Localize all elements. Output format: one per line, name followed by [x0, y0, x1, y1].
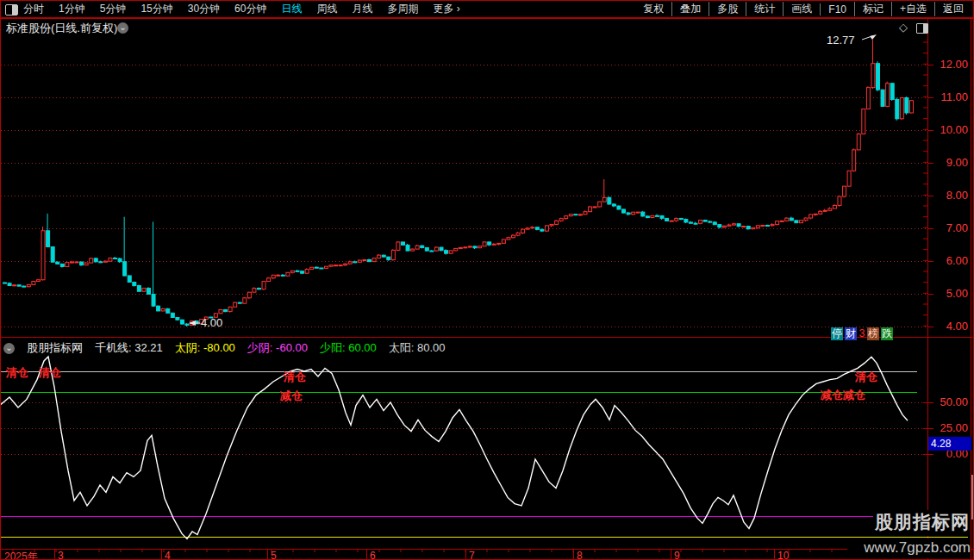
indicator-header-item: 少阳: 60.00	[320, 340, 377, 356]
timeframe-tab[interactable]: 周线	[316, 2, 337, 16]
toolbar-action[interactable]: F10	[820, 3, 854, 16]
price-axis-label: 7.00	[929, 221, 968, 234]
toolbar-action[interactable]: 标记	[854, 2, 891, 16]
indicator-header-item: 太阴: -80.00	[175, 340, 235, 356]
trade-signal-label: 减仓	[280, 389, 303, 404]
trading-app-window: 分时1分钟5分钟15分钟30分钟60分钟日线周线月线多周期更多 › 复权叠加多股…	[0, 0, 974, 560]
x-axis-month-label: 9	[674, 550, 680, 560]
timeframe-tab[interactable]: 多周期	[387, 2, 418, 16]
x-axis-year-label: 2025年	[4, 550, 38, 560]
timeframe-tab[interactable]: 月线	[352, 2, 372, 16]
indicator-axis-label: 50.00	[929, 395, 968, 408]
timeframe-tab[interactable]: 15分钟	[140, 2, 172, 16]
trade-signal-label: 清仓	[284, 370, 306, 385]
price-axis-label: 8.00	[929, 189, 968, 202]
toolbar-action[interactable]: 多股	[709, 2, 746, 16]
trade-signal-label: 清仓	[6, 365, 28, 381]
price-axis-label: 11.00	[929, 90, 968, 103]
toolbar-action[interactable]: +自选	[891, 2, 934, 16]
indicator-header-item: 太阳: 80.00	[389, 340, 446, 356]
price-axis-label: 12.00	[929, 58, 968, 71]
diamond-icon[interactable]: ◇	[899, 21, 908, 34]
price-axis-label: 9.00	[929, 156, 968, 169]
x-axis-month-label: 4	[165, 550, 171, 560]
stock-info-badge[interactable]: 榜	[867, 327, 879, 340]
page-title: 标准股份(日线.前复权)	[6, 21, 117, 36]
x-axis-month-label: 3	[58, 550, 64, 560]
watermark-site-name: 股朋指标网	[873, 510, 970, 536]
timeframe-tab[interactable]: 1分钟	[59, 2, 85, 16]
price-axis-label: 5.00	[929, 287, 968, 300]
toolbar-action[interactable]: 叠加	[671, 2, 709, 16]
watermark-site-url: www.7gpzb.com	[847, 538, 971, 558]
toolbar-left: 分时1分钟5分钟15分钟30分钟60分钟日线周线月线多周期更多 ›	[23, 2, 635, 16]
indicator-header-item: 股朋指标网	[27, 340, 83, 356]
toolbar: 分时1分钟5分钟15分钟30分钟60分钟日线周线月线多周期更多 › 复权叠加多股…	[1, 1, 974, 18]
chevron-down-icon[interactable]: ⌄	[117, 22, 128, 34]
chart-graphics	[1, 1, 974, 560]
timeframe-tab[interactable]: 5分钟	[100, 2, 127, 16]
x-axis-month-label: 7	[469, 550, 475, 560]
timeframe-tab-active[interactable]: 日线	[281, 2, 302, 16]
stock-info-badge[interactable]: 跌	[881, 327, 893, 340]
timeframe-tab[interactable]: 30分钟	[188, 2, 220, 16]
x-axis-month-label: 5	[271, 550, 277, 560]
timeframe-tab[interactable]: 分时	[23, 2, 44, 16]
stock-info-badge[interactable]: 财	[845, 327, 857, 340]
x-axis-month-label: 6	[370, 550, 376, 560]
price-axis-label: 10.00	[929, 123, 968, 136]
trade-signal-label: 减仓减仓	[821, 388, 865, 403]
indicator-header: ⌄ 股朋指标网千机线: 32.21太阴: -80.00少阴: -60.00少阳:…	[3, 340, 445, 356]
toolbar-right: 复权叠加多股统计画线F10标记+自选返回	[635, 2, 971, 16]
stock-info-badge[interactable]: 3	[858, 327, 865, 340]
high-annotation: 12.77	[827, 34, 855, 47]
x-axis-month-label: 10	[777, 550, 789, 560]
toolbar-action[interactable]: 画线	[783, 2, 820, 16]
title-row: 标准股份(日线.前复权) ⌄ ◇	[1, 18, 974, 35]
indicator-header-item: 千机线: 32.21	[95, 340, 163, 356]
x-axis-month-label: 8	[577, 550, 583, 560]
indicator-canvas[interactable]	[1, 356, 927, 549]
timeframe-tab[interactable]: 更多 ›	[433, 2, 459, 16]
window-split-icon[interactable]	[5, 4, 18, 16]
trade-signal-label: 清仓	[39, 365, 61, 381]
price-axis-label: 6.00	[929, 254, 968, 267]
stock-info-badge[interactable]: 停	[831, 327, 843, 340]
timeframe-tab[interactable]: 60分钟	[234, 2, 266, 16]
toolbar-action[interactable]: 返回	[934, 2, 971, 16]
indicator-header-item: 少阴: -60.00	[247, 340, 308, 356]
indicator-value-badge: 4.28	[928, 437, 971, 451]
trade-signal-label: 清仓	[855, 370, 877, 385]
low-annotation: 4.00	[201, 316, 222, 329]
panel-layout-icon[interactable]	[916, 23, 928, 34]
toolbar-action[interactable]: 统计	[746, 2, 783, 16]
status-badges: 停财3榜跌	[831, 327, 893, 340]
indicator-axis-label: 25.00	[929, 421, 968, 434]
price-axis-label: 4.00	[929, 320, 968, 333]
toolbar-action[interactable]: 复权	[635, 2, 671, 16]
collapse-chevron-icon[interactable]: ⌄	[3, 343, 15, 354]
